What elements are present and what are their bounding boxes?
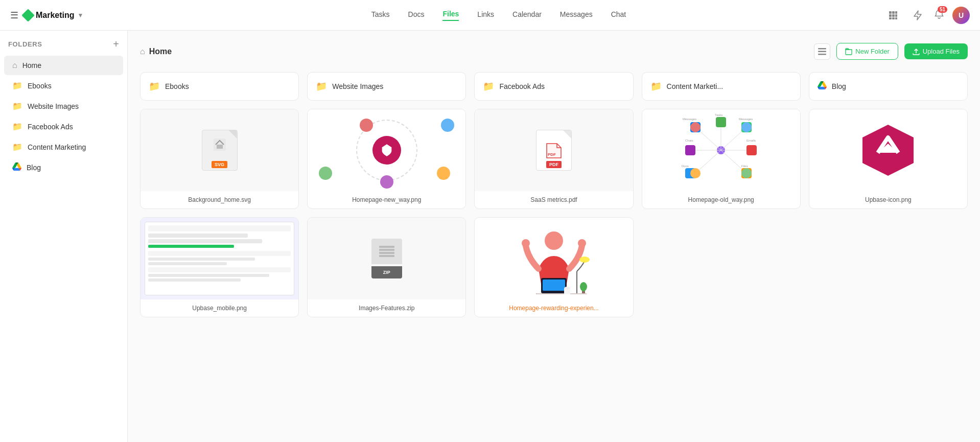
svg-file-icon: SVG (202, 130, 238, 171)
svg-point-49 (579, 257, 590, 263)
sidebar-item-home[interactable]: ⌂ Home (4, 56, 123, 75)
folder-icon: 📁 (149, 81, 160, 92)
nav-tasks[interactable]: Tasks (371, 10, 390, 20)
notification-count: 51 (938, 6, 947, 13)
folder-content-marketing[interactable]: 📁 Content Marketi... (642, 72, 801, 101)
file-name: Homepage-rewarding-experien... (475, 299, 633, 317)
sidebar-item-content-marketing[interactable]: 📁 Content Marketing (4, 137, 123, 157)
sidebar-item-label: Website Images (28, 102, 79, 110)
sidebar-item-blog[interactable]: Blog (4, 157, 123, 178)
folder-blog[interactable]: Blog (809, 72, 968, 101)
top-nav: ☰ Marketing ▼ Tasks Docs Files Links Cal… (0, 0, 980, 31)
brand[interactable]: Marketing ▼ (24, 11, 83, 20)
sidebar-item-website-images[interactable]: 📁 Website Images (4, 96, 123, 116)
orbit-avatar-5 (380, 175, 393, 189)
list-view-button[interactable] (814, 43, 830, 60)
svg-rect-6 (889, 17, 892, 19)
svg-point-42 (545, 231, 563, 250)
center-logo (372, 136, 401, 165)
orbit-avatar-3 (319, 167, 332, 180)
sidebar-item-label: Content Marketing (28, 143, 86, 151)
file-thumbnail (475, 218, 633, 299)
folder-label: Blog (832, 82, 846, 90)
file-name: Background_home.svg (141, 191, 298, 208)
svg-point-54 (564, 287, 570, 290)
folder-label: Content Marketi... (667, 82, 724, 90)
svg-rect-4 (892, 14, 895, 17)
folder-icon: 📁 (316, 81, 327, 92)
upload-button[interactable]: Upload Files (904, 43, 968, 59)
folder-facebook-ads[interactable]: 📁 Facebook Ads (474, 72, 633, 101)
svg-point-31 (741, 122, 752, 132)
content-header: ⌂ Home New Folder (140, 43, 968, 60)
file-thumbnail (141, 218, 298, 299)
file-name: Upbase-icon.png (809, 191, 967, 208)
zip-file-icon: ZIP (369, 237, 405, 281)
sidebar-item-ebooks[interactable]: 📁 Ebooks (4, 76, 123, 96)
svg-text:Messages: Messages (683, 118, 696, 121)
svg-rect-3 (889, 14, 892, 17)
svg-rect-13 (217, 145, 223, 149)
home-icon: ⌂ (12, 61, 17, 70)
svg-point-44 (578, 239, 586, 247)
pdf-icon: PDF (544, 141, 564, 161)
homepage-new-thumb (308, 109, 465, 191)
nav-docs[interactable]: Docs (408, 10, 425, 20)
nav-messages[interactable]: Messages (560, 10, 593, 20)
orbit-avatar-4 (437, 167, 450, 180)
folder-label: Ebooks (165, 82, 189, 90)
nav-left: ☰ Marketing ▼ (10, 10, 112, 21)
svg-text:Files: Files (741, 165, 748, 168)
user-avatar[interactable]: U (952, 7, 970, 24)
google-drive-icon (818, 81, 827, 92)
file-saas-metrics[interactable]: PDF PDF SaaS metrics.pdf (474, 109, 633, 209)
sidebar-item-label: Blog (27, 164, 41, 172)
file-thumbnail (308, 109, 465, 191)
file-homepage-new[interactable]: Homepage-new_way.png (307, 109, 466, 209)
file-upbase-mobile[interactable]: Upbase_mobile.png (140, 217, 299, 317)
folder-ebooks[interactable]: 📁 Ebooks (140, 72, 299, 101)
folder-label: Facebook Ads (499, 82, 545, 90)
nav-files[interactable]: Files (442, 10, 459, 21)
add-folder-button[interactable]: + (113, 39, 119, 49)
sidebar-title: Folders (8, 40, 42, 48)
file-thumbnail (809, 109, 967, 191)
svg-point-30 (690, 122, 701, 132)
file-bg-home-svg[interactable]: SVG Background_home.svg (140, 109, 299, 209)
orbit-avatar-2 (441, 119, 454, 132)
nav-links[interactable]: Links (477, 10, 494, 20)
file-homepage-old[interactable]: Messages Messages Tasks Emails Chats Doc… (642, 109, 801, 209)
file-thumbnail: SVG (141, 109, 298, 191)
folder-icon: 📁 (650, 81, 662, 92)
file-homepage-rewarding[interactable]: Homepage-rewarding-experien... (474, 217, 633, 317)
file-name: Homepage-new_way.png (308, 191, 465, 208)
file-name: Images-Features.zip (308, 299, 465, 317)
pdf-file-icon: PDF PDF (536, 130, 572, 171)
svg-rect-52 (536, 293, 587, 294)
file-upbase-icon[interactable]: Upbase-icon.png (809, 109, 968, 209)
svg-rect-25 (746, 145, 757, 155)
svg-text:Messages: Messages (739, 118, 753, 121)
menu-icon[interactable]: ☰ (10, 10, 18, 21)
apps-icon[interactable] (885, 7, 901, 24)
svg-text:Emails: Emails (746, 139, 756, 142)
folder-icon: 📁 (483, 81, 494, 92)
upbase-logo-container (860, 122, 916, 178)
file-images-features-zip[interactable]: ZIP Images-Features.zip (307, 217, 466, 317)
new-folder-button[interactable]: New Folder (836, 43, 898, 60)
folder-icon: 📁 (12, 101, 22, 111)
sidebar: Folders + ⌂ Home 📁 Ebooks 📁 Website Imag… (0, 31, 128, 442)
pdf-badge: PDF (546, 161, 562, 168)
nav-calendar[interactable]: Calendar (512, 10, 542, 20)
rewarding-thumb (475, 218, 633, 299)
new-folder-label: New Folder (855, 48, 889, 55)
svg-text:Chats: Chats (685, 139, 693, 142)
lightning-icon[interactable] (909, 7, 926, 24)
notification-bell[interactable]: 51 (934, 9, 944, 21)
nav-chat[interactable]: Chat (611, 10, 626, 20)
files-row: SVG Background_home.svg (140, 109, 968, 317)
svg-text:PDF: PDF (548, 152, 556, 157)
sidebar-item-facebook-ads[interactable]: 📁 Facebook Ads (4, 117, 123, 136)
content-area: ⌂ Home New Folder (128, 31, 980, 442)
folder-website-images[interactable]: 📁 Website Images (307, 72, 466, 101)
